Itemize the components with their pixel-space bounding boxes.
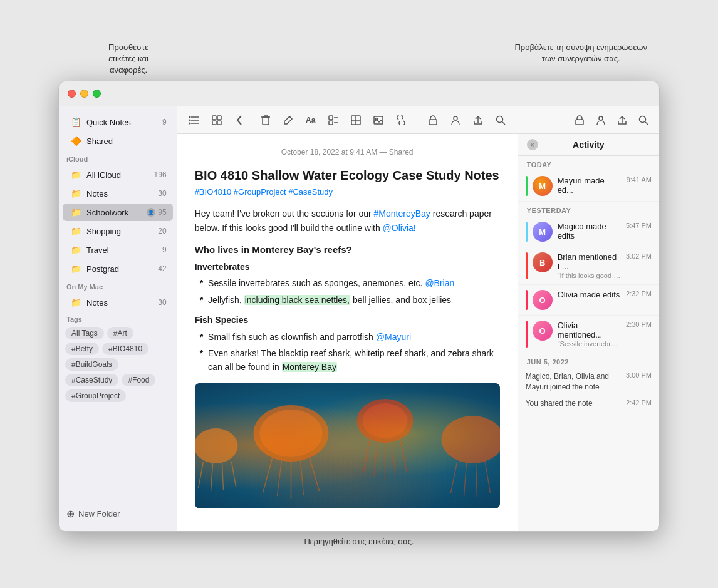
search-button[interactable]	[491, 111, 510, 130]
fish-species-label: Fish Species	[195, 313, 500, 327]
note-tags[interactable]: #BIO4810 #GroupProject #CaseStudy	[195, 186, 500, 199]
svg-line-58	[645, 121, 648, 125]
activity-item-olivia2[interactable]: O Olivia mentioned... "Sessile invertebr…	[518, 316, 659, 353]
magico-time: 5:47 PM	[626, 222, 652, 229]
tag-bio4810[interactable]: #BIO4810	[102, 343, 148, 355]
checklist-button[interactable]	[324, 111, 343, 130]
activity-collab-button[interactable]	[591, 111, 610, 130]
tag-art[interactable]: #Art	[107, 327, 133, 339]
sidebar-item-postgrad[interactable]: 📁 Postgrad 42	[63, 260, 173, 277]
activity-panel: × Activity TODAY M Mayuri made ed... 9:4…	[518, 106, 659, 531]
black-sea-nettles-highlight: including black sea nettles,	[244, 295, 350, 305]
link-button[interactable]	[392, 111, 410, 130]
svg-line-45	[198, 462, 203, 488]
postgrad-count: 42	[158, 264, 166, 273]
olivia1-info: Olivia made edits	[558, 290, 621, 299]
olivia2-info: Olivia mentioned... "Sessile invertebrat…	[558, 321, 621, 348]
back-button[interactable]	[230, 111, 249, 130]
sidebar-item-notes-icloud[interactable]: 📁 Notes 30	[63, 185, 173, 202]
olivia1-avatar: O	[533, 290, 553, 310]
yesterday-section-label: YESTERDAY	[518, 202, 659, 217]
compose-button[interactable]	[279, 111, 298, 130]
sidebar-item-notes-mac[interactable]: 📁 Notes 30	[63, 294, 173, 311]
sidebar: 📋 Quick Notes 9 🔶 Shared iCloud 📁 All iC…	[59, 106, 177, 531]
activity-heading: Activity	[544, 140, 633, 150]
svg-point-5	[189, 123, 190, 124]
bullet-text-1: Sessile invertebrates such as sponges, a…	[208, 276, 454, 290]
activity-item-magico[interactable]: M Magico made edits 5:47 PM	[518, 217, 659, 247]
tag-all-tags[interactable]: All Tags	[65, 327, 104, 339]
activity-lock-button[interactable]	[570, 111, 589, 130]
collaborate-button[interactable]	[446, 111, 465, 130]
brian-mention[interactable]: @Brian	[425, 278, 454, 288]
brian-name: Brian mentioned L...	[558, 252, 621, 271]
svg-line-51	[464, 463, 466, 496]
bullet-star-2: *	[200, 293, 203, 307]
brian-info: Brian mentioned L... "If this looks good…	[558, 252, 621, 279]
activity-close-button[interactable]: ×	[527, 139, 538, 150]
tag-betty[interactable]: #Betty	[65, 343, 99, 355]
share-button[interactable]	[469, 111, 487, 130]
svg-rect-6	[212, 116, 216, 120]
sidebar-item-quick-notes[interactable]: 📋 Quick Notes 9	[63, 113, 173, 131]
tag-buildgoals[interactable]: #BuildGoals	[65, 358, 118, 371]
list-view-button[interactable]	[185, 111, 204, 130]
activity-search-button[interactable]	[634, 111, 653, 130]
delete-button[interactable]	[256, 111, 275, 130]
titlebar	[59, 81, 659, 106]
new-folder-label: New Folder	[78, 509, 120, 518]
svg-line-52	[476, 463, 477, 497]
svg-rect-10	[263, 117, 269, 125]
sidebar-item-travel[interactable]: 📁 Travel 9	[63, 241, 173, 259]
svg-point-55	[599, 116, 603, 120]
svg-line-28	[502, 121, 505, 125]
activity-item-olivia1[interactable]: O Olivia made edits 2:32 PM	[518, 285, 659, 316]
notes-mac-label: Notes	[86, 298, 158, 307]
svg-line-39	[363, 441, 369, 474]
section1-heading: Who lives in Monterey Bay's reefs?	[195, 242, 500, 257]
tag-casestudy[interactable]: #CaseStudy	[65, 374, 118, 386]
sidebar-item-shopping[interactable]: 📁 Shopping 20	[63, 222, 173, 240]
svg-rect-29	[195, 383, 500, 508]
table-button[interactable]	[346, 111, 365, 130]
note-content: October 18, 2022 at 9:41 AM — Shared BIO…	[177, 134, 518, 531]
annotation-activity: Προβάλετε τη σύνοψη ενημερώσεωντων συνερ…	[514, 42, 647, 76]
notes-icloud-icon: 📁	[70, 188, 81, 199]
close-button[interactable]	[68, 90, 76, 98]
olivia1-bar	[526, 290, 528, 310]
media-button[interactable]	[369, 111, 388, 130]
sidebar-item-shared[interactable]: 🔶 Shared	[63, 132, 173, 150]
mayuri-name: Mayuri made ed...	[558, 176, 622, 195]
tag-pills-container: All Tags #Art #Betty #BIO4810 #BuildGoal…	[65, 327, 170, 402]
mayuri-mention[interactable]: @Mayuri	[376, 332, 411, 342]
travel-count: 9	[162, 245, 167, 254]
new-folder-button[interactable]: ⊕ New Folder	[59, 503, 177, 525]
lock-button[interactable]	[424, 111, 442, 130]
svg-rect-54	[576, 120, 583, 125]
main-layout: 📋 Quick Notes 9 🔶 Shared iCloud 📁 All iC…	[59, 106, 659, 531]
mayuri-time: 9:41 AM	[627, 176, 652, 183]
svg-rect-7	[217, 116, 221, 120]
quick-notes-label: Quick Notes	[86, 118, 162, 127]
grid-view-button[interactable]	[207, 111, 226, 130]
svg-rect-8	[212, 121, 216, 125]
schoolwork-icon: 📁	[70, 207, 81, 218]
svg-point-4	[189, 120, 190, 121]
notes-mac-icon: 📁	[70, 297, 81, 308]
tag-food[interactable]: #Food	[122, 374, 155, 386]
activity-share-button[interactable]	[613, 111, 632, 130]
sidebar-item-schoolwork[interactable]: 📁 Schoolwork 👤 95	[63, 204, 173, 221]
monterey-link[interactable]: #MontereyBay	[374, 209, 430, 219]
activity-item-mayuri[interactable]: M Mayuri made ed... 9:41 AM	[518, 171, 659, 202]
minimize-button[interactable]	[80, 90, 88, 98]
bullet-text-2: Jellyfish, including black sea nettles, …	[208, 293, 451, 307]
svg-point-30	[253, 405, 328, 462]
sidebar-item-all-icloud[interactable]: 📁 All iCloud 196	[63, 166, 173, 183]
annotation-tags-bottom: Περιηγηθείτε στις ετικέτες σας.	[304, 537, 414, 546]
fullscreen-button[interactable]	[93, 90, 101, 98]
all-icloud-label: All iCloud	[86, 170, 154, 180]
format-text-button[interactable]: Aa	[301, 111, 320, 130]
activity-item-brian[interactable]: B Brian mentioned L... "If this looks go…	[518, 247, 659, 285]
olivia-mention[interactable]: @Olivia!	[383, 223, 416, 233]
tag-groupproject[interactable]: #GroupProject	[65, 389, 126, 402]
